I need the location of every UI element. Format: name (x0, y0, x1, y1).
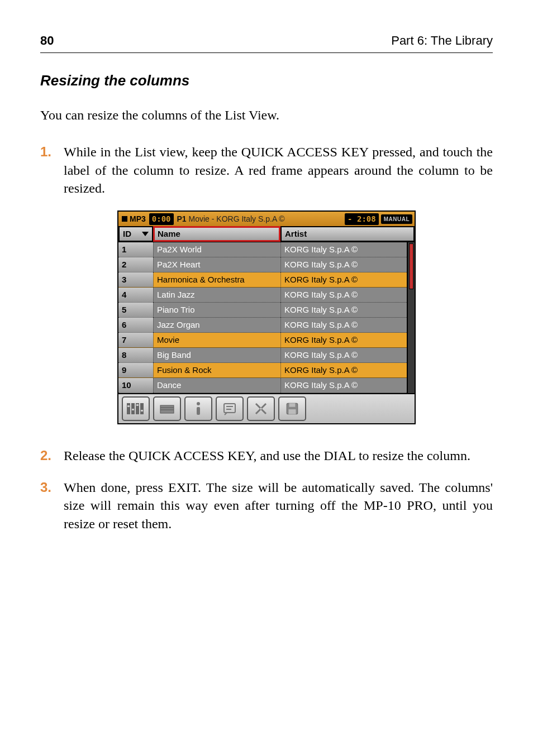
cell-artist: KORG Italy S.p.A © (280, 378, 407, 393)
svg-point-11 (197, 402, 200, 405)
cell-name: Latin Jazz (153, 288, 280, 303)
cell-id: 4 (118, 288, 153, 303)
intro-text: You can resize the columns of the List V… (40, 106, 493, 124)
mixer-icon (126, 401, 145, 416)
cell-id: 8 (118, 348, 153, 363)
svg-rect-6 (136, 404, 139, 406)
page-header: 80 Part 6: The Library (40, 32, 493, 49)
sort-desc-icon (142, 232, 149, 236)
keyboard-icon (160, 401, 174, 416)
title-bar: MP3 0:00 P1 Movie - KORG Italy S.p.A © -… (118, 212, 415, 227)
table-row[interactable]: 9Fusion & RockKORG Italy S.p.A © (118, 363, 407, 378)
info-button[interactable] (184, 396, 212, 421)
svg-rect-5 (132, 409, 134, 410)
lyrics-icon (222, 401, 237, 416)
svg-rect-18 (289, 409, 296, 414)
table-row[interactable]: 2Pa2X HeartKORG Italy S.p.A © (118, 257, 407, 272)
lyrics-button[interactable] (216, 396, 244, 421)
song-title: P1 Movie - KORG Italy S.p.A © (177, 214, 343, 224)
table-row[interactable]: 5Piano TrioKORG Italy S.p.A © (118, 303, 407, 318)
cell-name: Pa2X Heart (153, 257, 280, 272)
cell-artist: KORG Italy S.p.A © (280, 257, 407, 272)
scrollbar[interactable] (407, 242, 415, 393)
tools-icon (254, 401, 268, 416)
cell-id: 9 (118, 363, 153, 378)
table-header: ID Name Artist (118, 227, 415, 242)
table-row[interactable]: 1Pa2X WorldKORG Italy S.p.A © (118, 242, 407, 257)
step-3: 3. When done, press EXIT. The size will … (40, 479, 493, 533)
device-screenshot: MP3 0:00 P1 Movie - KORG Italy S.p.A © -… (117, 210, 416, 424)
cell-id: 10 (118, 378, 153, 393)
column-id[interactable]: ID (118, 227, 153, 242)
time-remaining: - 2:08 (345, 213, 379, 225)
cell-artist: KORG Italy S.p.A © (280, 318, 407, 333)
tools-button[interactable] (247, 396, 275, 421)
svg-rect-17 (289, 404, 296, 408)
table-row[interactable]: 6Jazz OrganKORG Italy S.p.A © (118, 318, 407, 333)
svg-rect-4 (127, 405, 130, 407)
cell-id: 3 (118, 272, 153, 288)
cell-name: Harmonica & Orchestra (153, 272, 280, 288)
cell-artist: KORG Italy S.p.A © (280, 363, 407, 378)
page-number: 80 (40, 32, 54, 49)
cell-id: 2 (118, 257, 153, 272)
column-artist[interactable]: Artist (280, 227, 415, 242)
format-tag: MP3 (130, 214, 146, 224)
table-row[interactable]: 7MovieKORG Italy S.p.A © (118, 333, 407, 348)
table-row[interactable]: 3Harmonica & OrchestraKORG Italy S.p.A © (118, 272, 407, 288)
svg-rect-13 (224, 404, 235, 413)
cell-artist: KORG Italy S.p.A © (280, 242, 407, 257)
cell-name: Piano Trio (153, 303, 280, 318)
cell-artist: KORG Italy S.p.A © (280, 288, 407, 303)
cell-id: 6 (118, 318, 153, 333)
cell-artist: KORG Italy S.p.A © (280, 303, 407, 318)
svg-rect-7 (141, 410, 143, 412)
cell-id: 1 (118, 242, 153, 257)
scrollbar-track[interactable] (408, 290, 415, 394)
cell-id: 5 (118, 303, 153, 318)
table-row[interactable]: 10DanceKORG Italy S.p.A © (118, 378, 407, 393)
cell-artist: KORG Italy S.p.A © (280, 333, 407, 348)
svg-rect-12 (197, 407, 200, 415)
table-row[interactable]: 8Big BandKORG Italy S.p.A © (118, 348, 407, 363)
step-1: 1. While in the List view, keep the QUIC… (40, 143, 493, 197)
cell-name: Fusion & Rock (153, 363, 280, 378)
cell-name: Big Band (153, 348, 280, 363)
svg-rect-3 (140, 403, 144, 414)
section-heading: Resizing the columns (40, 71, 493, 90)
cell-name: Dance (153, 378, 280, 393)
cell-name: Jazz Organ (153, 318, 280, 333)
table-row[interactable]: 4Latin JazzKORG Italy S.p.A © (118, 288, 407, 303)
step-2: 2. Release the QUICK ACCESS KEY, and use… (40, 447, 493, 465)
save-icon (285, 401, 299, 416)
svg-rect-0 (127, 403, 130, 414)
table-body: 1Pa2X WorldKORG Italy S.p.A ©2Pa2X Heart… (118, 242, 407, 393)
column-name[interactable]: Name (153, 227, 280, 242)
section-title: Part 6: The Library (391, 32, 493, 49)
cell-name: Movie (153, 333, 280, 348)
cell-artist: KORG Italy S.p.A © (280, 348, 407, 363)
mode-badge: MANUAL (381, 214, 412, 224)
stop-icon (122, 216, 127, 222)
scrollbar-thumb[interactable] (409, 243, 413, 289)
toolbar (118, 393, 415, 423)
cell-artist: KORG Italy S.p.A © (280, 272, 407, 288)
keyboard-button[interactable] (153, 396, 181, 421)
cell-name: Pa2X World (153, 242, 280, 257)
svg-rect-8 (160, 405, 174, 413)
time-elapsed: 0:00 (149, 213, 174, 225)
mixer-button[interactable] (122, 396, 150, 421)
save-button[interactable] (278, 396, 306, 421)
info-icon (191, 401, 206, 416)
header-rule (40, 52, 493, 53)
cell-id: 7 (118, 333, 153, 348)
